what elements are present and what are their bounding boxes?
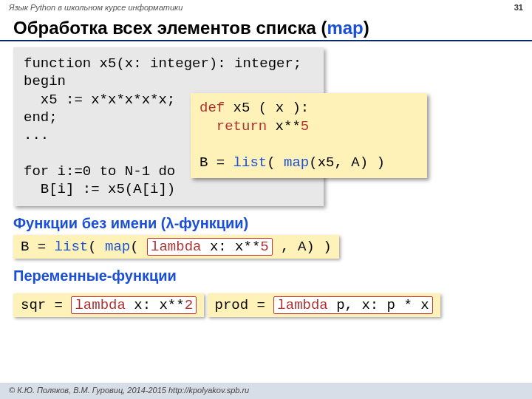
kw-lambda-2: lambda [75, 297, 125, 313]
fn-list: list [233, 154, 267, 171]
l1-lp2: ( [130, 239, 147, 255]
header: Язык Python в школьном курсе информатики… [0, 0, 532, 15]
for-var: i:=0 [49, 163, 99, 180]
py-B: B = [200, 154, 233, 171]
page-title: Обработка всех элементов списка (map) [0, 15, 532, 41]
kw-begin: begin [24, 72, 313, 90]
kw-lambda-1: lambda [151, 239, 201, 255]
pascal-sig: x5(x: integer): integer; [91, 55, 301, 72]
code-prod: prod = lambda p, x: p * x [208, 293, 440, 317]
lam1-5: 5 [260, 239, 268, 255]
kw-for: for [24, 163, 49, 180]
title-post: ) [364, 18, 369, 38]
lambda-inset-3: lambda p, x: p * x [273, 296, 432, 314]
l1-tail: , A) ) [273, 239, 332, 255]
lambda-inset-1: lambda x: x**5 [147, 238, 273, 256]
content: function x5(x: integer): integer; begin … [0, 41, 532, 317]
lam3-body: p, x: p * x [328, 297, 429, 313]
section-varfunc: Переменные-функции [13, 267, 519, 284]
for-end: N-1 [116, 163, 158, 180]
prod-eq: prod = [215, 297, 274, 313]
code-lambda-map: B = list( map( lambda x: x**5 , A) ) [13, 235, 339, 259]
l1-B: B = [21, 239, 55, 255]
title-pre: Обработка всех элементов списка ( [13, 18, 327, 38]
page-number: 31 [514, 3, 523, 12]
l1-lp1: ( [88, 239, 105, 255]
kw-return: return [200, 118, 267, 134]
kw-lambda-3: lambda [277, 297, 327, 313]
lam1-body: x: x** [201, 239, 260, 255]
py-5: 5 [301, 118, 309, 134]
code-sqr: sqr = lambda x: x**2 [13, 293, 204, 317]
pascal-loop-body: B[i] := x5(A[i]) [24, 180, 313, 198]
l1-list: list [55, 239, 89, 255]
section-lambda: Функции без имени (λ-функции) [13, 215, 519, 232]
lam2-body: x: x** [126, 297, 185, 313]
kw-do: do [158, 163, 175, 180]
kw-def: def [200, 100, 225, 116]
lambda-inset-2: lambda x: x**2 [71, 296, 197, 314]
kw-function: function [24, 55, 91, 72]
py-lp: ( [267, 154, 284, 171]
lam2-2: 2 [185, 297, 193, 313]
code-python: def x5 ( x ): return x**5 B = list( map(… [191, 93, 427, 178]
footer: © К.Ю. Поляков, В.М. Гуровиц, 2014-2015 … [0, 383, 532, 399]
py-sig: x5 ( x ): [225, 100, 309, 116]
title-map: map [327, 18, 363, 38]
fn-map: map [284, 154, 309, 171]
py-pow: x** [267, 118, 301, 134]
l1-map: map [105, 239, 130, 255]
sqr-eq: sqr = [21, 297, 71, 313]
header-left: Язык Python в школьном курсе информатики [9, 3, 183, 12]
kw-to: to [100, 163, 117, 180]
py-args: (x5, A) ) [309, 154, 385, 171]
